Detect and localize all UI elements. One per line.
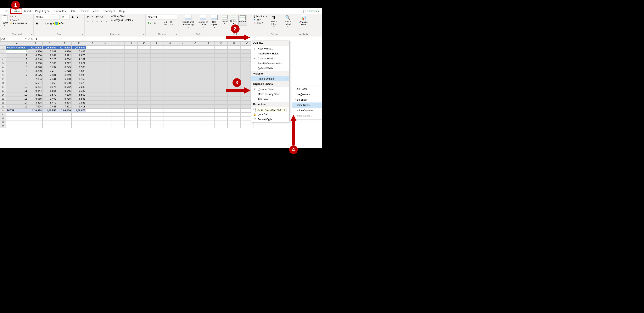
cell[interactable] (86, 57, 99, 61)
cell[interactable] (189, 116, 202, 120)
alignment-launcher[interactable]: ⬊ (142, 33, 144, 35)
underline-button[interactable]: U▾ (45, 21, 49, 26)
cell[interactable] (99, 69, 112, 73)
cell[interactable] (176, 81, 189, 85)
align-right-button[interactable]: ≡ (95, 19, 99, 23)
cell[interactable] (125, 93, 138, 97)
cell[interactable]: 7 (6, 73, 28, 77)
cell[interactable] (112, 57, 125, 61)
cell[interactable] (215, 49, 228, 53)
row-header[interactable]: 21 (0, 116, 6, 120)
cell[interactable] (176, 124, 189, 128)
cell[interactable] (86, 97, 99, 101)
cell[interactable] (202, 61, 215, 65)
row-header[interactable]: 11 (0, 81, 6, 85)
cell[interactable]: 9 (6, 81, 28, 85)
cell[interactable]: 6,893 (28, 69, 42, 73)
cell[interactable] (57, 112, 72, 116)
cell[interactable]: 8,470 (42, 101, 57, 105)
cell[interactable] (57, 120, 72, 124)
fill-button[interactable]: ⬇Fill ▾ (254, 18, 267, 21)
cell[interactable] (150, 73, 163, 77)
decrease-decimal-button[interactable]: .00→.0 (168, 21, 174, 26)
cell[interactable] (99, 77, 112, 81)
row-header[interactable]: 20 (0, 112, 6, 116)
cell[interactable] (112, 97, 125, 101)
cell[interactable] (138, 53, 150, 57)
cell[interactable] (150, 53, 163, 57)
cell[interactable]: 7,629 (72, 61, 86, 65)
cell[interactable]: 5,588 (28, 61, 42, 65)
cell[interactable]: 8 (6, 77, 28, 81)
cell[interactable] (112, 61, 125, 65)
cell[interactable] (150, 109, 163, 112)
cell[interactable] (125, 105, 138, 109)
cell[interactable]: 6,506 (28, 53, 42, 57)
cell[interactable] (163, 73, 176, 77)
cell[interactable] (202, 89, 215, 93)
cell[interactable] (125, 120, 138, 124)
cell[interactable]: 1,09,009 (57, 109, 72, 112)
cell[interactable] (99, 116, 112, 120)
cell[interactable] (112, 112, 125, 116)
col-header[interactable]: M (163, 41, 176, 45)
cell[interactable] (150, 89, 163, 93)
cell[interactable] (202, 77, 215, 81)
cell[interactable] (125, 49, 138, 53)
col-header[interactable]: A (6, 41, 28, 45)
cell[interactable] (215, 81, 228, 85)
cell[interactable] (125, 69, 138, 73)
cell[interactable] (150, 69, 163, 73)
cell[interactable] (112, 53, 125, 57)
cell[interactable]: 5 (6, 65, 28, 69)
cell[interactable] (202, 65, 215, 69)
menu-hide-rows[interactable]: Hide Rows (292, 86, 322, 92)
cell[interactable] (189, 49, 202, 53)
cell[interactable] (28, 116, 42, 120)
cell[interactable]: 1,06,556 (42, 109, 57, 112)
cell[interactable]: Region Number (6, 45, 28, 49)
cell[interactable]: 6,900 (57, 77, 72, 81)
cell[interactable]: 6,152 (72, 77, 86, 81)
menu-row-height[interactable]: ⇕Row Height... (251, 46, 289, 51)
cell[interactable] (86, 49, 99, 53)
cell[interactable] (189, 101, 202, 105)
cell[interactable] (99, 97, 112, 101)
cell[interactable] (138, 109, 150, 112)
cell[interactable]: 9,722 (57, 61, 72, 65)
analyze-data-button[interactable]: 📊Analyze Data (298, 15, 310, 26)
cell[interactable] (228, 116, 240, 120)
cell[interactable] (112, 116, 125, 120)
cell[interactable] (125, 65, 138, 69)
cell[interactable]: 7,354 (28, 77, 42, 81)
cell[interactable]: 7,038 (72, 85, 86, 89)
tab-formulas[interactable]: Formulas (52, 9, 68, 13)
cell[interactable]: 9,161 (72, 57, 86, 61)
cell[interactable] (6, 112, 28, 116)
cell[interactable] (202, 109, 215, 112)
cell[interactable]: 5,120 (42, 57, 57, 61)
cell[interactable]: 8,876 (28, 49, 42, 53)
cell[interactable]: 6,583 (72, 97, 86, 101)
menu-default-width[interactable]: Default Width... (251, 66, 289, 71)
cell[interactable]: 6,183 (42, 61, 57, 65)
cell[interactable] (150, 61, 163, 65)
row-header[interactable]: 14 (0, 93, 6, 97)
cell[interactable] (112, 93, 125, 97)
cell[interactable] (86, 77, 99, 81)
col-header[interactable]: H (99, 41, 112, 45)
cell[interactable] (99, 65, 112, 69)
row-header[interactable]: 3 (0, 53, 6, 57)
cell[interactable]: 6,506 (72, 65, 86, 69)
row-header[interactable]: 6 (0, 65, 6, 69)
menu-unhide-rows[interactable]: Unhide Rows (292, 103, 322, 108)
cell[interactable] (202, 116, 215, 120)
cell[interactable]: 2 (6, 53, 28, 57)
copy-button[interactable]: ⎘Copy ▾ (9, 18, 28, 21)
cell[interactable] (57, 116, 72, 120)
cell[interactable] (138, 93, 150, 97)
align-top-button[interactable]: ⬆≡ (86, 15, 90, 19)
cell[interactable] (163, 49, 176, 53)
cell[interactable] (163, 120, 176, 124)
cell[interactable] (176, 116, 189, 120)
